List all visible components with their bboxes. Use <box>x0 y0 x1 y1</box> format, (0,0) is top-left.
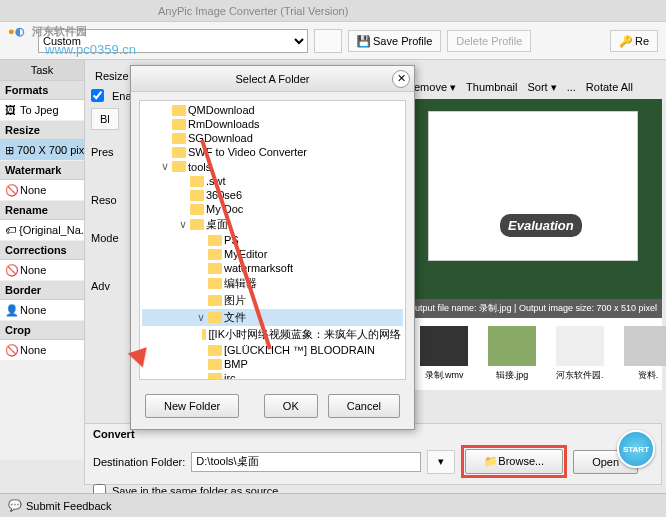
save-profile-button[interactable]: 💾Save Profile <box>348 30 441 52</box>
folder-icon <box>208 373 222 381</box>
tree-item[interactable]: irc <box>142 371 403 380</box>
sidebar-item-rename[interactable]: 🏷{Original_Na... <box>0 220 84 241</box>
new-folder-button[interactable]: New Folder <box>145 394 239 418</box>
section-crop[interactable]: Crop <box>0 321 84 340</box>
key-icon: 🔑 <box>619 35 631 47</box>
none-icon: 🚫 <box>5 184 17 196</box>
folder-icon <box>172 133 186 144</box>
tree-item[interactable]: ∨桌面 <box>142 216 403 233</box>
folder-icon <box>208 312 222 323</box>
submit-feedback-link[interactable]: Submit Feedback <box>26 500 112 512</box>
sidebar-item-tojpeg[interactable]: 🖼To Jpeg <box>0 100 84 121</box>
main-toolbar: Custom 💾Save Profile Delete Profile 🔑Re <box>0 22 666 60</box>
tree-item[interactable]: PS <box>142 233 403 247</box>
tree-item[interactable]: 360se6 <box>142 188 403 202</box>
section-formats[interactable]: Formats <box>0 81 84 100</box>
delete-profile-button[interactable]: Delete Profile <box>447 30 531 52</box>
sidebar-item-border[interactable]: 👤None <box>0 300 84 321</box>
convert-panel: Convert Destination Folder: ▾ 📁Browse...… <box>84 423 662 485</box>
thumb-item[interactable]: 辑接.jpg <box>488 326 536 382</box>
browse-highlight: 📁Browse... <box>461 445 567 478</box>
task-header: Task <box>0 60 84 81</box>
cancel-button[interactable]: Cancel <box>328 394 400 418</box>
ok-button[interactable]: OK <box>264 394 318 418</box>
titlebar: AnyPic Image Converter (Trial Version) <box>0 0 666 22</box>
folder-icon <box>172 161 186 172</box>
none-icon: 👤 <box>5 304 17 316</box>
folder-icon <box>190 204 204 215</box>
thumbnail-button[interactable]: Thumbnail <box>466 81 517 93</box>
tree-item[interactable]: QMDownload <box>142 103 403 117</box>
tree-item[interactable]: BMP <box>142 357 403 371</box>
start-button[interactable]: START <box>617 430 655 468</box>
folder-icon <box>172 105 186 116</box>
folder-icon <box>190 176 204 187</box>
tree-item[interactable]: 图片 <box>142 292 403 309</box>
reset-button[interactable]: 🔑Re <box>610 30 658 52</box>
section-rename[interactable]: Rename <box>0 201 84 220</box>
thumbnail-strip: 录制.wmv 辑接.jpg 河东软件园... 资料. <box>410 318 662 390</box>
none-icon: 🚫 <box>5 264 17 276</box>
remove-button[interactable]: emove ▾ <box>414 81 456 94</box>
thumb-item[interactable]: 录制.wmv <box>420 326 468 382</box>
folder-tree[interactable]: QMDownloadRmDownloadsSGDownloadSWF to Vi… <box>139 100 406 380</box>
section-watermark[interactable]: Watermark <box>0 161 84 180</box>
tree-item[interactable]: ∨tools <box>142 159 403 174</box>
enable-label: Ena <box>112 90 132 102</box>
dropdown-action-button[interactable] <box>314 29 342 53</box>
folder-icon <box>172 119 186 130</box>
folder-icon <box>202 329 207 340</box>
sidebar-item-corrections[interactable]: 🚫None <box>0 260 84 281</box>
dest-dropdown-button[interactable]: ▾ <box>427 450 455 474</box>
advanced-label: Adv <box>91 280 110 292</box>
section-corrections[interactable]: Corrections <box>0 241 84 260</box>
tree-item[interactable]: .swt <box>142 174 403 188</box>
tag-icon: 🏷 <box>5 224 16 236</box>
dest-folder-input[interactable] <box>191 452 421 472</box>
footer: 💬 Submit Feedback <box>0 493 666 517</box>
profile-dropdown[interactable]: Custom <box>38 29 308 53</box>
tree-item[interactable]: RmDownloads <box>142 117 403 131</box>
tree-item[interactable]: MyEditor <box>142 247 403 261</box>
folder-icon <box>190 190 204 201</box>
preview-info: utput file name: 录制.jpg | Output image s… <box>410 299 662 318</box>
blank-button[interactable]: Bl <box>91 108 119 130</box>
section-resize[interactable]: Resize <box>0 121 84 140</box>
folder-icon <box>208 359 222 370</box>
tree-item[interactable]: My Doc <box>142 202 403 216</box>
section-border[interactable]: Border <box>0 281 84 300</box>
rotate-button[interactable]: Rotate All <box>586 81 633 93</box>
tree-item[interactable]: SGDownload <box>142 131 403 145</box>
tree-item[interactable]: [[IK小时网络视频蓝象：来疯年人的网络 <box>142 326 403 343</box>
feedback-icon: 💬 <box>8 499 22 512</box>
resolution-label: Reso <box>91 194 117 206</box>
tree-item[interactable]: watermarksoft <box>142 261 403 275</box>
resize-icon: ⊞ <box>5 144 14 156</box>
folder-icon <box>208 249 222 260</box>
browse-button[interactable]: 📁Browse... <box>465 449 563 474</box>
dest-folder-label: Destination Folder: <box>93 456 185 468</box>
folder-icon <box>208 263 222 274</box>
sidebar-item-watermark[interactable]: 🚫None <box>0 180 84 201</box>
tree-item[interactable]: SWF to Video Converter <box>142 145 403 159</box>
preset-label: Pres <box>91 146 114 158</box>
dialog-titlebar: Select A Folder ✕ <box>131 66 414 92</box>
none-icon: 🚫 <box>5 344 17 356</box>
folder-icon <box>208 278 222 289</box>
folder-icon <box>172 147 186 158</box>
thumb-item[interactable]: 河东软件园... <box>556 326 604 382</box>
tree-item[interactable]: ∨文件 <box>142 309 403 326</box>
dialog-title: Select A Folder <box>236 73 310 85</box>
app-title: AnyPic Image Converter (Trial Version) <box>158 5 348 17</box>
thumb-item[interactable]: 资料. <box>624 326 666 382</box>
folder-icon <box>208 345 222 356</box>
sidebar-item-resize[interactable]: ⊞700 X 700 pixel <box>0 140 84 161</box>
dialog-close-button[interactable]: ✕ <box>392 70 410 88</box>
sort-button[interactable]: Sort ▾ <box>527 81 556 94</box>
sidebar-item-crop[interactable]: 🚫None <box>0 340 84 361</box>
save-icon: 💾 <box>357 35 369 47</box>
enable-checkbox[interactable] <box>91 89 104 102</box>
folder-icon <box>208 235 222 246</box>
tree-item[interactable]: [GLÜCKLICH ™] BLOODRAIN <box>142 343 403 357</box>
tree-item[interactable]: 编辑器 <box>142 275 403 292</box>
